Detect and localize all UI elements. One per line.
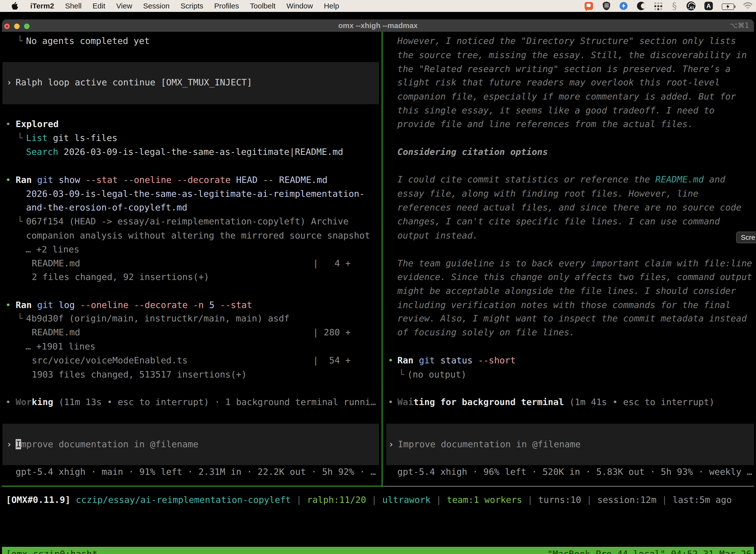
chat-app-icon[interactable] <box>585 2 593 10</box>
gauge-61-icon[interactable]: ..61 <box>687 1 695 10</box>
menu-item-toolbelt[interactable]: Toolbelt <box>250 2 275 10</box>
pane-divider-vertical[interactable] <box>382 32 382 487</box>
window-title: omx --xhigh --madmax <box>2 19 754 32</box>
menu-item-scripts[interactable]: Scripts <box>181 2 203 10</box>
dots-grid-icon[interactable] <box>654 2 662 10</box>
dark-crescent-icon[interactable] <box>637 2 645 10</box>
menu-item-list: iTerm2ShellEditViewSessionScriptsProfile… <box>30 2 339 10</box>
omx-status-pane: [OMX#0.11.9] cczip/essay/ai-reimplementa… <box>2 32 754 533</box>
blue-badge-icon[interactable] <box>619 1 628 10</box>
menu-item-window[interactable]: Window <box>287 2 313 10</box>
menu-item-profiles[interactable]: Profiles <box>214 2 239 10</box>
tmux-session-label[interactable]: [omx-cczip0:bash* <box>6 547 97 554</box>
tmux-host-datetime: "MacBook-Pro-44.local" 04:52 31-Mar-26 <box>547 547 752 554</box>
wifi-icon[interactable] <box>743 2 752 11</box>
menu-item-session[interactable]: Session <box>143 2 170 10</box>
terminal-area: └No agents completed yet›Ralph loop acti… <box>2 32 754 554</box>
menu-bar: iTerm2ShellEditViewSessionScriptsProfile… <box>0 0 756 12</box>
apple-icon[interactable] <box>11 1 19 10</box>
letter-a-app-icon[interactable]: A <box>704 2 713 10</box>
shield-grid-icon[interactable] <box>603 2 610 10</box>
squiggle-icon[interactable]: § <box>671 1 678 10</box>
menu-item-help[interactable]: Help <box>324 2 339 10</box>
menu-item-edit[interactable]: Edit <box>92 2 106 10</box>
tmux-status-bar: [omx-cczip0:bash* "MacBook-Pro-44.local"… <box>2 547 754 554</box>
window-titlebar: omx --xhigh --madmax ⌥⌘1 <box>2 19 754 32</box>
menu-item-shell[interactable]: Shell <box>65 2 82 10</box>
iterm-window: omx --xhigh --madmax ⌥⌘1 └No agents comp… <box>2 19 754 554</box>
window-shortcut-badge: ⌥⌘1 <box>730 19 749 32</box>
menu-item-iterm2[interactable]: iTerm2 <box>30 2 54 10</box>
battery-charging-icon[interactable] <box>722 3 734 10</box>
screen-overlay-snippet[interactable]: Scre <box>736 232 756 243</box>
menu-status-icons: § ..61 A <box>585 0 752 12</box>
pane-border-bottom-right[interactable] <box>382 486 754 487</box>
menu-item-view[interactable]: View <box>116 2 132 10</box>
menu-items: iTerm2ShellEditViewSessionScriptsProfile… <box>0 1 339 10</box>
pane-border-bottom-left[interactable] <box>2 486 382 487</box>
terminal-line: [OMX#0.11.9] cczip/essay/ai-reimplementa… <box>2 493 754 507</box>
